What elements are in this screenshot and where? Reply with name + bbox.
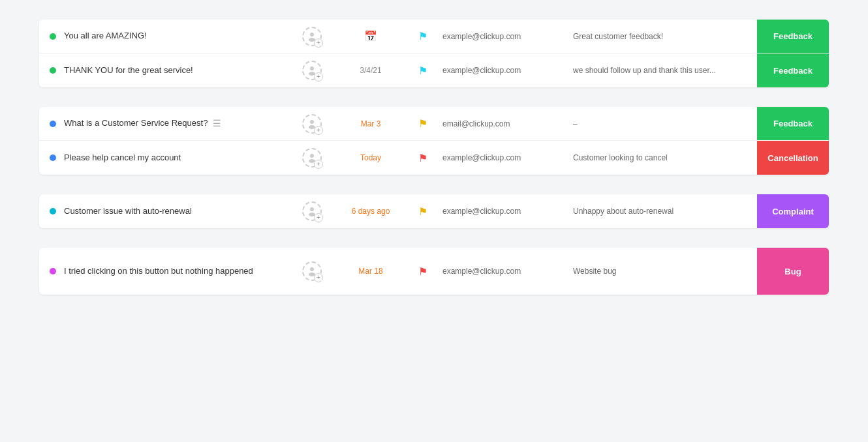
due-date: 6 days ago <box>352 207 390 216</box>
avatar: + <box>302 114 322 134</box>
date-col: Mar 18 <box>338 267 403 276</box>
due-date: Today <box>360 153 381 162</box>
priority-flag: ⚑ <box>418 152 427 164</box>
add-assignee-icon[interactable]: + <box>314 273 323 282</box>
add-assignee-icon[interactable]: + <box>314 213 323 222</box>
due-date: 3/4/21 <box>360 66 381 75</box>
task-name: What is a Customer Service Request?☰ <box>64 117 286 130</box>
tag-button[interactable]: Bug <box>757 248 829 295</box>
priority-flag: ⚑ <box>418 65 427 77</box>
flag-col: ⚑ <box>403 30 442 42</box>
email-col: example@clickup.com <box>442 207 573 216</box>
tag-button[interactable]: Cancellation <box>757 141 829 175</box>
svg-point-4 <box>310 120 314 124</box>
comment-col: – <box>573 119 757 128</box>
add-assignee-icon[interactable]: + <box>314 72 323 81</box>
assignee-col: + <box>286 261 338 281</box>
svg-point-10 <box>310 267 314 271</box>
comment-col: we should follow up and thank this user.… <box>573 66 757 75</box>
date-col: 6 days ago <box>338 207 403 216</box>
add-assignee-icon[interactable]: + <box>314 126 323 135</box>
table-row[interactable]: Customer issue with auto-renewal + 6 day… <box>39 194 829 228</box>
task-group-group3: Customer issue with auto-renewal + 6 day… <box>39 194 829 228</box>
status-dot <box>50 208 56 214</box>
list-icon: ☰ <box>213 117 221 130</box>
svg-point-2 <box>310 66 314 70</box>
tag-button[interactable]: Feedback <box>757 53 829 87</box>
flag-col: ⚑ <box>403 65 442 77</box>
status-dot <box>50 155 56 161</box>
priority-flag: ⚑ <box>418 117 427 130</box>
table-row[interactable]: You all are AMAZING! + 📅⚑example@clickup… <box>39 20 829 53</box>
assignee-col: + <box>286 114 338 134</box>
svg-point-8 <box>310 207 314 211</box>
svg-point-0 <box>310 33 314 37</box>
task-name: Customer issue with auto-renewal <box>64 205 286 217</box>
status-dot <box>50 268 56 274</box>
page: You all are AMAZING! + 📅⚑example@clickup… <box>0 0 868 442</box>
assignee-col: + <box>286 148 338 168</box>
priority-flag: ⚑ <box>418 265 427 278</box>
date-col: Today <box>338 153 403 162</box>
email-col: example@clickup.com <box>442 32 573 41</box>
task-group-group2: What is a Customer Service Request?☰ + M… <box>39 107 829 175</box>
tag-button[interactable]: Feedback <box>757 107 829 140</box>
table-row[interactable]: Please help cancel my account + Today⚑ex… <box>39 141 829 175</box>
flag-col: ⚑ <box>403 152 442 164</box>
svg-point-6 <box>310 154 314 158</box>
due-date: Mar 18 <box>358 267 382 276</box>
email-col: email@clickup.com <box>442 119 573 128</box>
comment-col: Customer looking to cancel <box>573 153 757 162</box>
task-name: I tried clicking on this button but noth… <box>64 265 286 277</box>
tag-button[interactable]: Feedback <box>757 20 829 53</box>
status-dot <box>50 33 56 40</box>
assignee-col: + <box>286 27 338 46</box>
email-col: example@clickup.com <box>442 267 573 276</box>
avatar: + <box>302 148 322 168</box>
task-group-group4: I tried clicking on this button but noth… <box>39 248 829 295</box>
assignee-col: + <box>286 201 338 221</box>
avatar: + <box>302 27 322 46</box>
table-row[interactable]: THANK YOU for the great service! + 3/4/2… <box>39 53 829 87</box>
task-name: You all are AMAZING! <box>64 30 286 42</box>
task-group-group1: You all are AMAZING! + 📅⚑example@clickup… <box>39 20 829 87</box>
calendar-icon: 📅 <box>364 31 377 42</box>
date-col: 📅 <box>338 30 403 42</box>
table-row[interactable]: I tried clicking on this button but noth… <box>39 248 829 295</box>
comment-col: Great customer feedback! <box>573 32 757 41</box>
avatar: + <box>302 61 322 80</box>
comment-col: Website bug <box>573 267 757 276</box>
priority-flag: ⚑ <box>418 30 427 42</box>
status-dot <box>50 67 56 74</box>
tag-button[interactable]: Complaint <box>757 194 829 228</box>
avatar: + <box>302 201 322 221</box>
priority-flag: ⚑ <box>418 205 427 218</box>
task-name: Please help cancel my account <box>64 152 286 164</box>
avatar: + <box>302 261 322 281</box>
flag-col: ⚑ <box>403 265 442 278</box>
flag-col: ⚑ <box>403 205 442 218</box>
assignee-col: + <box>286 61 338 80</box>
due-date: Mar 3 <box>361 119 381 128</box>
email-col: example@clickup.com <box>442 153 573 162</box>
email-col: example@clickup.com <box>442 66 573 75</box>
table-row[interactable]: What is a Customer Service Request?☰ + M… <box>39 107 829 141</box>
task-name: THANK YOU for the great service! <box>64 65 286 76</box>
add-assignee-icon[interactable]: + <box>314 38 323 48</box>
flag-col: ⚑ <box>403 117 442 130</box>
comment-col: Unhappy about auto-renewal <box>573 207 757 216</box>
status-dot <box>50 121 56 127</box>
date-col: 3/4/21 <box>338 66 403 75</box>
add-assignee-icon[interactable]: + <box>314 160 323 169</box>
date-col: Mar 3 <box>338 119 403 128</box>
